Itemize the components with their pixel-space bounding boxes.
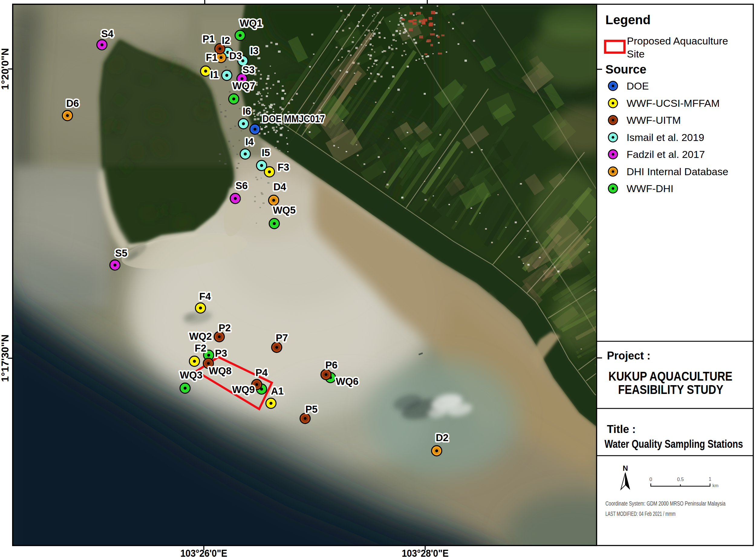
svg-text:Water Quality Sampling Station: Water Quality Sampling Stations	[604, 438, 743, 450]
svg-text:DOE MMJC017: DOE MMJC017	[262, 113, 325, 124]
svg-text:I2: I2	[222, 35, 230, 46]
svg-text:WQ5: WQ5	[273, 205, 295, 216]
svg-text:P7: P7	[276, 332, 288, 343]
svg-text:Ismail et al. 2019: Ismail et al. 2019	[627, 131, 704, 143]
svg-text:WQ7: WQ7	[232, 80, 255, 91]
svg-text:S6: S6	[235, 180, 248, 191]
svg-text:D3: D3	[229, 50, 242, 61]
svg-text:P4: P4	[255, 367, 268, 378]
svg-text:D6: D6	[66, 98, 79, 109]
svg-text:KUKUP AQUACULTURE: KUKUP AQUACULTURE	[608, 369, 732, 383]
svg-text:103°26'0"E: 103°26'0"E	[181, 548, 227, 557]
svg-text:LAST MODIFIED: 04 Feb 2021 /: LAST MODIFIED: 04 Feb 2021 / mmm	[605, 510, 675, 517]
svg-text:WQ2: WQ2	[189, 331, 212, 342]
svg-text:0: 0	[650, 477, 652, 482]
svg-text:Proposed Aquaculture: Proposed Aquaculture	[627, 35, 728, 47]
svg-text:Title :: Title :	[607, 423, 636, 435]
svg-text:WQ9: WQ9	[232, 384, 255, 395]
svg-text:0.5: 0.5	[677, 477, 684, 482]
svg-text:WWF-UCSI-MFFAM: WWF-UCSI-MFFAM	[627, 97, 720, 109]
svg-text:I3: I3	[250, 45, 258, 56]
svg-text:Site: Site	[627, 48, 645, 60]
svg-text:WQ3: WQ3	[180, 370, 202, 381]
svg-text:Project :: Project :	[607, 349, 651, 362]
svg-text:S3: S3	[243, 64, 255, 75]
svg-text:I1: I1	[210, 69, 219, 80]
svg-text:WWF-DHI: WWF-DHI	[627, 183, 673, 194]
svg-text:1: 1	[709, 476, 712, 482]
svg-text:P3: P3	[215, 348, 227, 359]
svg-text:P6: P6	[325, 359, 338, 371]
svg-text:P5: P5	[306, 404, 317, 415]
svg-text:km: km	[713, 483, 719, 488]
svg-text:D4: D4	[273, 181, 286, 193]
svg-text:WQ6: WQ6	[336, 376, 358, 387]
svg-text:Legend: Legend	[605, 13, 651, 27]
svg-text:WWF-UITM: WWF-UITM	[627, 114, 681, 126]
svg-text:Source: Source	[605, 63, 647, 76]
svg-text:F4: F4	[199, 291, 211, 302]
svg-text:I6: I6	[243, 106, 251, 117]
svg-text:WQ1: WQ1	[240, 18, 262, 29]
svg-text:I5: I5	[261, 147, 270, 158]
svg-text:DOE: DOE	[627, 80, 649, 92]
svg-text:FEASIBILITY STUDY: FEASIBILITY STUDY	[618, 382, 723, 397]
svg-text:N: N	[623, 464, 628, 472]
svg-text:1°20'0"N: 1°20'0"N	[0, 48, 10, 90]
svg-text:A1: A1	[271, 385, 284, 397]
svg-text:P1: P1	[202, 33, 215, 45]
svg-text:Fadzil et al. 2017: Fadzil et al. 2017	[627, 149, 705, 160]
svg-text:1°17'30"N: 1°17'30"N	[0, 334, 10, 382]
svg-text:F3: F3	[278, 162, 289, 173]
svg-text:S5: S5	[115, 247, 127, 259]
svg-text:P2: P2	[219, 322, 231, 333]
svg-text:103°28'0"E: 103°28'0"E	[402, 548, 449, 557]
svg-text:F2: F2	[195, 343, 207, 354]
svg-text:Coordinate System: GDM 2000 MR: Coordinate System: GDM 2000 MRSO Peninsu…	[605, 500, 726, 507]
svg-text:F1: F1	[206, 52, 218, 63]
svg-text:D2: D2	[436, 432, 448, 443]
svg-text:I4: I4	[245, 136, 254, 147]
svg-text:DHI Internal Database: DHI Internal Database	[627, 166, 728, 177]
svg-text:WQ8: WQ8	[209, 365, 231, 376]
svg-text:S4: S4	[101, 28, 114, 39]
